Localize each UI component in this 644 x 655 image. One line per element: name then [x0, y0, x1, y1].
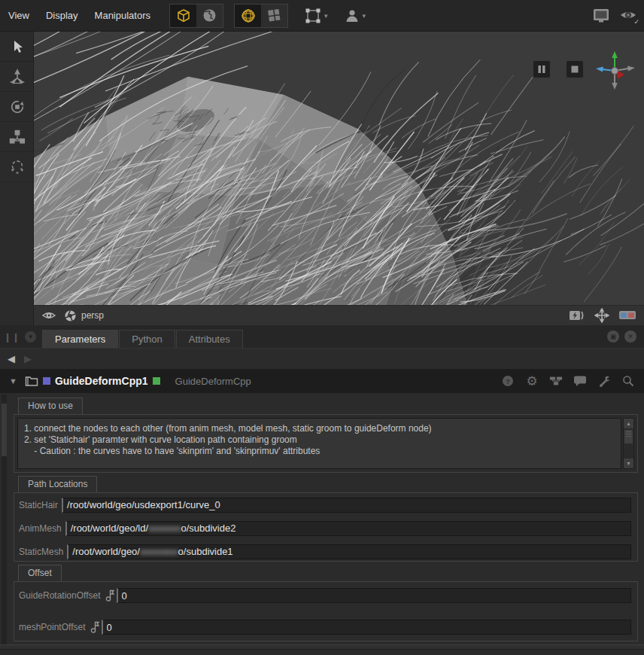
chevron-down-icon: ▾ [363, 12, 366, 20]
wrench-icon[interactable] [597, 374, 611, 388]
layout-panes-button[interactable] [261, 5, 287, 27]
textarea-scrollbar[interactable]: ▲ ▼ [623, 418, 634, 469]
scale-manipulator-icon [9, 129, 26, 145]
menu-view[interactable]: View [0, 10, 38, 21]
vertical-scrollbar[interactable] [2, 395, 7, 646]
menu-display[interactable]: Display [38, 10, 87, 21]
redacted-segment: oooooo [148, 522, 181, 534]
textarea-scrollbar-thumb[interactable] [624, 429, 633, 444]
stereo-glasses-icon[interactable] [618, 310, 636, 321]
tab-attributes[interactable]: Attributes [176, 330, 243, 348]
axis-compass-gizmo[interactable] [594, 50, 638, 92]
pan-move-icon[interactable] [594, 308, 609, 323]
chevron-down-icon: ▾ [324, 12, 328, 20]
eye-icon[interactable] [41, 309, 56, 321]
group-box-how-to-use: 1. connect the nodes to each other (from… [14, 414, 638, 473]
menu-manipulators[interactable]: Manipulators [87, 10, 159, 21]
translate-manipulator-icon [9, 69, 26, 85]
shading-toggle-group [169, 4, 223, 28]
orient-manipulator-icon [9, 159, 26, 175]
parameters-panel-body: How to use 1. connect the nodes to each … [0, 393, 644, 655]
parameter-nav-row: ◀ ▶ [0, 348, 644, 369]
cube-icon [176, 8, 191, 23]
panel-drag-grip[interactable]: ❙❙ [4, 332, 20, 343]
menubar-right-controls: ✓ [591, 7, 644, 25]
group-box-path-locations: StaticHair /root/world/geo/usdexport1/cu… [14, 492, 638, 562]
wireframe-sphere-button[interactable] [235, 5, 261, 27]
marquee-icon [305, 8, 321, 24]
tab-parameters[interactable]: Parameters [42, 330, 118, 348]
viewport-tool-column [0, 32, 34, 325]
select-tool-button[interactable] [0, 32, 34, 62]
eye-visibility-icon[interactable]: ✓ [618, 8, 638, 24]
keyframe-toggle-icon[interactable] [90, 620, 99, 634]
node-state-badge-green[interactable] [153, 377, 160, 385]
pause-icon [537, 65, 546, 74]
collapse-triangle-button[interactable]: ▼ [9, 376, 17, 385]
close-panel-button[interactable]: ✕ [624, 331, 636, 343]
group-box-offset: GuideRotationOffset meshPointOffset [14, 581, 638, 641]
comment-bubble-icon[interactable] [573, 374, 587, 388]
pause-button[interactable] [533, 60, 551, 78]
user-button[interactable]: ▾ [345, 8, 366, 23]
staticmesh-label: StaticMesh [19, 547, 67, 557]
redacted-segment: ooooooo [140, 546, 178, 557]
back-arrow-button[interactable]: ◀ [8, 353, 15, 364]
stop-icon [570, 65, 579, 74]
keyframe-toggle-icon[interactable] [105, 589, 114, 602]
node-graph-icon[interactable] [549, 374, 563, 388]
guiderotationoffset-label: GuideRotationOffset [19, 590, 105, 601]
statichair-input[interactable]: /root/world/geo/usdexport1/curve_0 [62, 498, 631, 513]
panel-window-buttons: ▣ ✕ [607, 331, 644, 348]
group-tab-offset[interactable]: Offset [18, 565, 62, 581]
node-color-badge-blue[interactable] [43, 377, 50, 385]
scroll-up-button[interactable]: ▲ [624, 419, 633, 428]
translate-tool-button[interactable] [0, 62, 34, 92]
how-to-use-textarea[interactable]: 1. connect the nodes to each other (from… [17, 418, 621, 469]
marquee-select-button[interactable]: ▾ [305, 8, 328, 24]
group-tab-path-locations[interactable]: Path Locations [18, 476, 97, 492]
viewport-bottom-right-controls [569, 308, 644, 323]
display-mode-group [234, 4, 288, 28]
monitor-icon[interactable] [591, 7, 611, 25]
help-icon[interactable]: ? [501, 374, 515, 388]
node-name: GuideDeformCpp1 [55, 375, 148, 387]
staticmesh-input[interactable]: /root/world/geo/oooooooo/subdivide1 [67, 544, 631, 559]
meshpointoffset-label: meshPointOffset [19, 622, 90, 632]
tab-python[interactable]: Python [119, 330, 175, 348]
statichair-label: StaticHair [19, 500, 62, 510]
flash-render-icon[interactable] [569, 309, 585, 321]
check-icon: ✓ [633, 18, 639, 26]
panel-tab-bar: ❙❙ ▼ Parameters Python Attributes ▣ ✕ [0, 325, 644, 348]
forward-arrow-button[interactable]: ▶ [24, 353, 32, 364]
scale-tool-button[interactable] [0, 122, 34, 152]
panel-menu-button[interactable]: ▼ [25, 331, 36, 343]
environment-globe-button[interactable] [196, 5, 223, 27]
cursor-arrow-icon [10, 39, 25, 54]
menu-bar: View Display Manipulators [0, 0, 644, 32]
shaded-cube-button[interactable] [170, 5, 196, 27]
animmesh-input[interactable]: /root/world/geo/ld/ooooooo/subdivide2 [65, 521, 631, 536]
instruction-line: 1. connect the nodes to each other (from… [24, 423, 615, 434]
camera-name-label[interactable]: persp [81, 310, 104, 321]
panel-splitter-handle[interactable] [0, 644, 644, 650]
rotate-tool-button[interactable] [0, 92, 34, 122]
viewport-bottom-bar: persp [34, 305, 644, 325]
instruction-line: - Caution : the curves have to have 'ski… [24, 446, 615, 457]
meshpointoffset-input[interactable] [102, 620, 632, 635]
search-icon[interactable] [621, 374, 635, 388]
orient-tool-button[interactable] [0, 152, 34, 182]
param-row-staticmesh: StaticMesh /root/world/geo/oooooooo/subd… [19, 544, 631, 559]
vertical-scrollbar-thumb[interactable] [2, 404, 7, 456]
camera-aperture-icon[interactable] [64, 309, 77, 322]
svg-text:?: ? [506, 378, 510, 385]
rotate-manipulator-icon [9, 99, 26, 115]
group-tab-how-to-use[interactable]: How to use [18, 398, 83, 414]
stop-button[interactable] [566, 60, 584, 78]
scroll-down-button[interactable]: ▼ [624, 458, 633, 468]
gear-icon[interactable]: ⚙ [525, 374, 539, 388]
param-row-meshpointoffset: meshPointOffset [19, 620, 631, 635]
param-row-statichair: StaticHair /root/world/geo/usdexport1/cu… [19, 498, 631, 513]
guiderotationoffset-input[interactable] [117, 588, 631, 603]
restore-panel-button[interactable]: ▣ [607, 331, 619, 343]
